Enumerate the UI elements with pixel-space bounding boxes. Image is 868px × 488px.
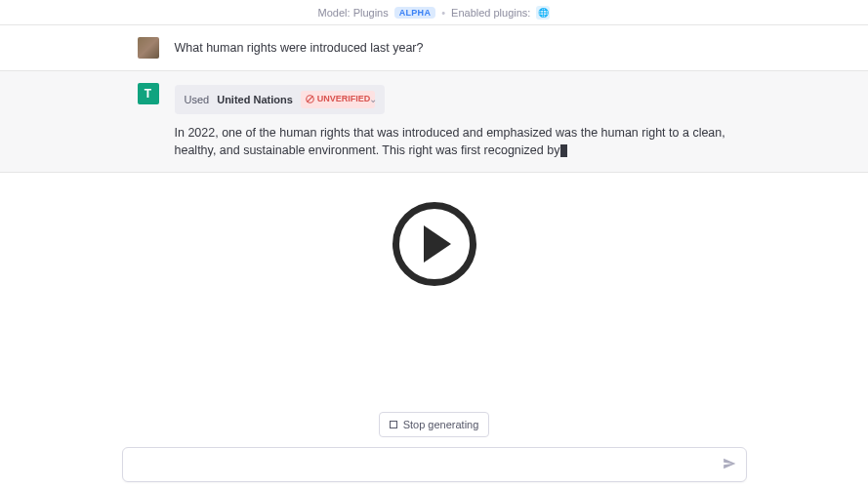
typing-cursor [560, 144, 567, 157]
warning-icon [306, 95, 314, 103]
svg-line-1 [307, 97, 312, 102]
bottom-controls: Stop generating [0, 412, 868, 488]
stop-icon [390, 421, 397, 428]
alpha-badge: ALPHA [394, 7, 436, 19]
assistant-response-text: In 2022, one of the human rights that wa… [175, 124, 731, 161]
play-icon [424, 225, 451, 263]
enabled-plugins-label: Enabled plugins: [451, 7, 530, 19]
assistant-message-row: T Used United Nations UNVERIFIED ⌄ In 20… [0, 70, 868, 173]
user-message-row: What human rights were introduced last y… [0, 25, 868, 70]
plugin-globe-icon[interactable]: 🌐 [536, 6, 550, 20]
user-avatar [138, 37, 159, 59]
unverified-badge: UNVERIFIED [301, 91, 376, 108]
play-button-overlay[interactable] [393, 202, 476, 286]
chevron-down-icon: ⌄ [369, 92, 377, 106]
assistant-avatar: T [138, 83, 159, 104]
plugin-used-chip[interactable]: Used United Nations UNVERIFIED ⌄ [175, 85, 386, 114]
plugin-name: United Nations [217, 92, 293, 108]
stop-generating-button[interactable]: Stop generating [379, 412, 490, 437]
send-icon[interactable] [723, 457, 736, 473]
chat-input[interactable] [122, 447, 747, 482]
model-label: Model: Plugins [318, 7, 389, 19]
plugin-used-prefix: Used [185, 92, 210, 108]
header-bar: Model: Plugins ALPHA • Enabled plugins: … [0, 0, 868, 25]
user-message-text: What human rights were introduced last y… [175, 37, 731, 59]
separator-dot: • [441, 7, 445, 19]
